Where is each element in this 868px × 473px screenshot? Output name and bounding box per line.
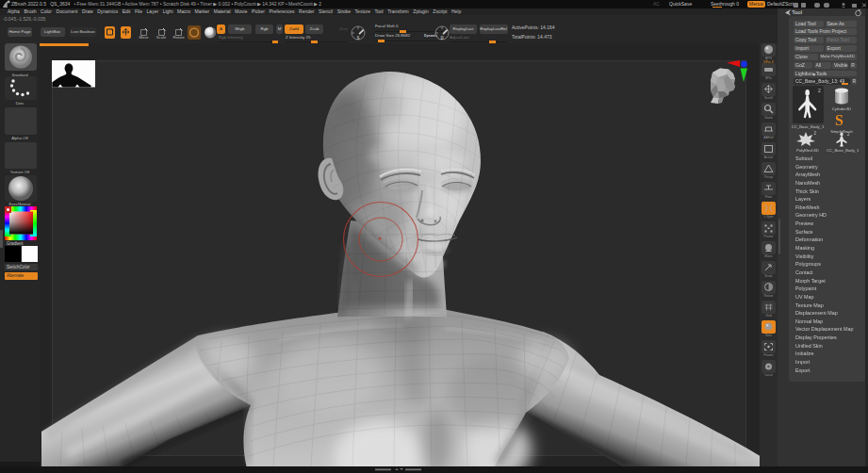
svg-text:2: 2 <box>847 132 850 137</box>
svg-text:S: S <box>835 112 843 128</box>
svg-text:S: S <box>357 36 360 41</box>
svg-text:2: 2 <box>818 88 821 93</box>
